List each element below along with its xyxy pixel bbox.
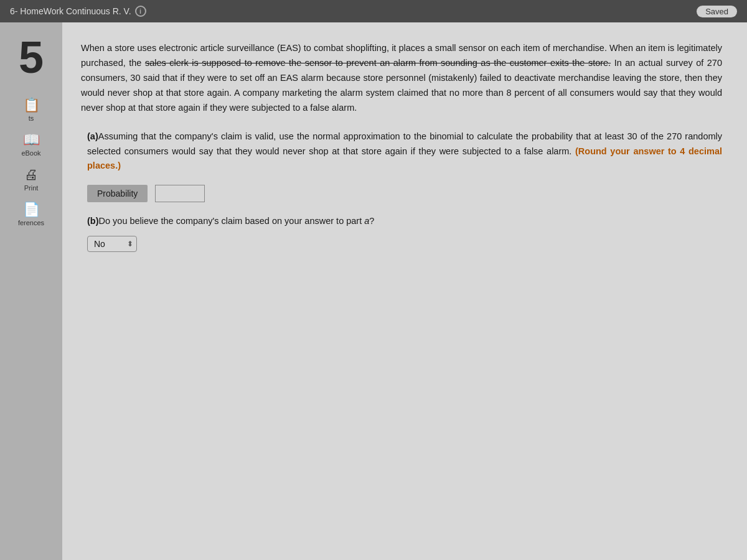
print-icon: 🖨 [24,167,38,183]
info-icon[interactable]: i [135,6,146,17]
dropdown-row: No Yes ⬍ [81,236,722,252]
dropdown-wrapper[interactable]: No Yes ⬍ [87,236,137,252]
question-number: 5 [19,35,44,80]
main-layout: 5 📋 ts 📖 eBook 🖨 Print 📄 ferences When a… [0,22,747,560]
belief-dropdown[interactable]: No Yes [87,236,137,252]
sidebar-item-ebook[interactable]: 📖 eBook [0,127,62,162]
strikethrough-text: sales clerk is supposed to remove the se… [145,58,611,68]
title-text: 6- HomeWork Continuous R. V. [10,6,131,16]
sidebar-label-ebook: eBook [21,149,40,157]
ts-icon: 📋 [23,97,40,113]
probability-input[interactable] [155,185,205,202]
sidebar-label-print: Print [24,184,39,192]
part-a-block: (a)Assuming that the company's claim is … [81,129,722,174]
probability-label: Probability [87,185,148,202]
ebook-icon: 📖 [23,132,40,148]
probability-row: Probability [81,185,722,202]
content-area: When a store uses electronic article sur… [62,22,747,560]
saved-badge: Saved [697,6,737,17]
sidebar-item-print[interactable]: 🖨 Print [0,162,62,197]
part-b-label: (b) [87,216,99,226]
sidebar-item-ts[interactable]: 📋 ts [0,92,62,127]
sidebar-label-ferences: ferences [18,219,44,226]
sidebar-item-ferences[interactable]: 📄 ferences [0,197,62,231]
page-title: 6- HomeWork Continuous R. V. i [10,6,146,17]
part-a-label: (a) [87,131,98,141]
ferences-icon: 📄 [23,202,40,218]
top-bar: 6- HomeWork Continuous R. V. i Saved [0,0,747,22]
part-a-highlight: (Round your answer to 4 decimal places.) [87,146,722,171]
main-paragraph: When a store uses electronic article sur… [81,41,722,116]
part-b-block: (b)Do you believe the company's claim ba… [81,216,722,226]
sidebar: 5 📋 ts 📖 eBook 🖨 Print 📄 ferences [0,22,62,560]
sidebar-label-ts: ts [29,114,34,122]
